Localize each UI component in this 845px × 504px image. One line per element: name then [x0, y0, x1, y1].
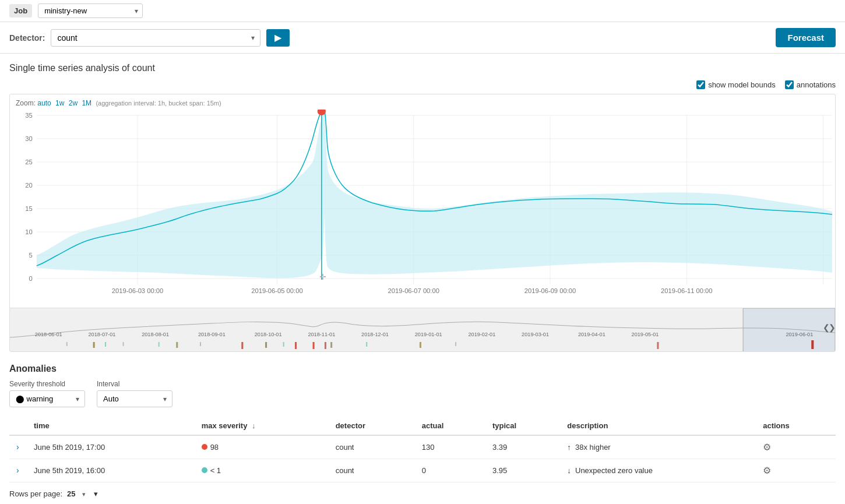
run-button[interactable]: ▶	[266, 29, 290, 47]
interval-select[interactable]: Auto	[97, 390, 172, 407]
cell-typical-2: 3.95	[485, 459, 560, 482]
svg-text:2019-06-07 00:00: 2019-06-07 00:00	[388, 287, 439, 294]
svg-rect-52	[455, 342, 456, 346]
filters-row: Severity threshold ⬤ warning Interval Au…	[9, 380, 836, 407]
cell-description-2: ↓ Unexpected zero value	[560, 459, 756, 482]
anomalies-section: Anomalies Severity threshold ⬤ warning I…	[9, 364, 836, 498]
interval-select-wrapper[interactable]: Auto	[97, 390, 172, 407]
main-content: Single time series analysis of count sho…	[0, 54, 845, 504]
zoom-auto[interactable]: auto	[37, 99, 51, 107]
job-select-wrapper[interactable]: ministry-new	[38, 3, 143, 18]
col-time: time	[27, 417, 195, 435]
severity-select[interactable]: ⬤ warning	[9, 390, 85, 407]
svg-text:❯: ❯	[829, 323, 835, 333]
interval-label: Interval	[97, 380, 172, 388]
table-header-row: time max severity ↓ detector actual typi…	[9, 417, 836, 435]
cell-detector-2: count	[329, 459, 415, 482]
severity-label: Severity threshold	[9, 380, 85, 388]
severity-dot-teal-2	[202, 467, 207, 473]
svg-rect-45	[105, 342, 106, 347]
show-model-bounds-input[interactable]	[696, 80, 705, 89]
svg-text:2018-09-01: 2018-09-01	[198, 332, 226, 337]
cell-typical-1: 3.39	[485, 435, 560, 459]
svg-rect-32	[10, 308, 835, 351]
severity-badge-1: 98	[202, 443, 219, 452]
svg-rect-51	[200, 342, 201, 346]
severity-select-wrapper[interactable]: ⬤ warning	[9, 390, 85, 407]
show-model-bounds-label: show model bounds	[708, 80, 776, 89]
cell-actual-2: 0	[415, 459, 485, 482]
settings-icon-2[interactable]: ⚙	[763, 466, 771, 475]
table-row: › June 5th 2019, 17:00 98 count 130 3.39…	[9, 435, 836, 459]
settings-icon-1[interactable]: ⚙	[763, 442, 771, 452]
forecast-button[interactable]: Forecast	[776, 28, 836, 47]
main-chart: 35 30 25 20 15 10 5 0 2019-06-03 00:00 2…	[10, 110, 835, 308]
col-description: description	[560, 417, 756, 435]
rows-per-page-label: Rows per page:	[9, 489, 62, 498]
svg-rect-41	[176, 342, 178, 348]
svg-text:10: 10	[25, 228, 32, 235]
annotations-checkbox[interactable]: annotations	[785, 80, 836, 89]
svg-text:25: 25	[25, 158, 32, 165]
detector-label: Detector:	[9, 33, 45, 43]
zoom-2w[interactable]: 2w	[69, 99, 78, 107]
svg-text:2019-01-01: 2019-01-01	[415, 332, 442, 337]
svg-rect-43	[330, 342, 332, 348]
svg-text:2019-06-09 00:00: 2019-06-09 00:00	[524, 287, 576, 294]
cell-time-1: June 5th 2019, 17:00	[27, 435, 195, 459]
cell-time-2: June 5th 2019, 16:00	[27, 459, 195, 482]
svg-rect-47	[283, 342, 284, 347]
cell-actions-1: ⚙	[756, 435, 836, 459]
svg-text:15: 15	[25, 205, 32, 212]
job-label: Job	[9, 4, 32, 17]
chevron-down-icon: ▾	[94, 489, 98, 498]
svg-text:20: 20	[25, 182, 32, 189]
svg-rect-49	[66, 342, 68, 346]
col-max-severity[interactable]: max severity ↓	[195, 417, 329, 435]
svg-text:2018-06-01: 2018-06-01	[35, 332, 62, 337]
svg-text:2019-06-11 00:00: 2019-06-11 00:00	[661, 287, 712, 294]
svg-rect-39	[811, 340, 814, 349]
svg-rect-36	[313, 342, 315, 349]
chart-container: Zoom: auto 1w 2w 1M (aggregation interva…	[9, 94, 836, 352]
rows-per-page-select[interactable]: 25 50 100	[67, 489, 89, 498]
zoom-interval: (aggregation interval: 1h, bucket span: …	[96, 100, 221, 107]
expand-button-2[interactable]: ›	[16, 466, 19, 474]
col-detector: detector	[329, 417, 415, 435]
svg-text:2019-06-03 00:00: 2019-06-03 00:00	[112, 287, 163, 294]
svg-rect-1	[10, 110, 37, 296]
interval-filter-group: Interval Auto	[97, 380, 172, 407]
svg-rect-34	[241, 342, 243, 349]
severity-filter-group: Severity threshold ⬤ warning	[9, 380, 85, 407]
cell-severity-1: 98	[195, 435, 329, 459]
zoom-controls: Zoom: auto 1w 2w 1M (aggregation interva…	[10, 94, 835, 107]
svg-text:2019-03-01: 2019-03-01	[522, 332, 549, 337]
svg-text:2018-11-01: 2018-11-01	[308, 332, 335, 337]
show-model-bounds-checkbox[interactable]: show model bounds	[696, 80, 776, 89]
rows-per-page-select-wrapper[interactable]: 25 50 100	[67, 489, 89, 498]
expand-button-1[interactable]: ›	[16, 443, 19, 451]
zoom-label: Zoom:	[16, 99, 36, 107]
sort-arrow: ↓	[252, 421, 256, 430]
svg-text:2019-02-01: 2019-02-01	[468, 332, 495, 337]
cell-actual-1: 130	[415, 435, 485, 459]
rows-per-page: Rows per page: 25 50 100 ▾	[9, 489, 836, 498]
job-select[interactable]: ministry-new	[38, 3, 143, 18]
zoom-1m[interactable]: 1M	[82, 99, 91, 107]
annotations-label: annotations	[797, 80, 836, 89]
table-row: › June 5th 2019, 16:00 < 1 count 0 3.95 …	[9, 459, 836, 482]
svg-text:2019-06-05 00:00: 2019-06-05 00:00	[251, 287, 302, 294]
svg-text:2018-12-01: 2018-12-01	[361, 332, 389, 337]
annotations-input[interactable]	[785, 80, 794, 89]
svg-rect-50	[123, 342, 124, 346]
svg-rect-37	[325, 342, 326, 349]
zoom-1w[interactable]: 1w	[55, 99, 64, 107]
svg-text:5: 5	[29, 252, 32, 259]
detector-select[interactable]: count	[51, 29, 260, 47]
cell-detector-1: count	[329, 435, 415, 459]
svg-text:✛: ✛	[319, 272, 326, 281]
chart-options: show model bounds annotations	[9, 80, 836, 89]
mini-chart-area[interactable]: 2018-06-01 2018-07-01 2018-08-01 2018-09…	[10, 308, 835, 351]
detector-select-wrapper[interactable]: count	[51, 29, 260, 47]
svg-rect-42	[265, 342, 267, 348]
